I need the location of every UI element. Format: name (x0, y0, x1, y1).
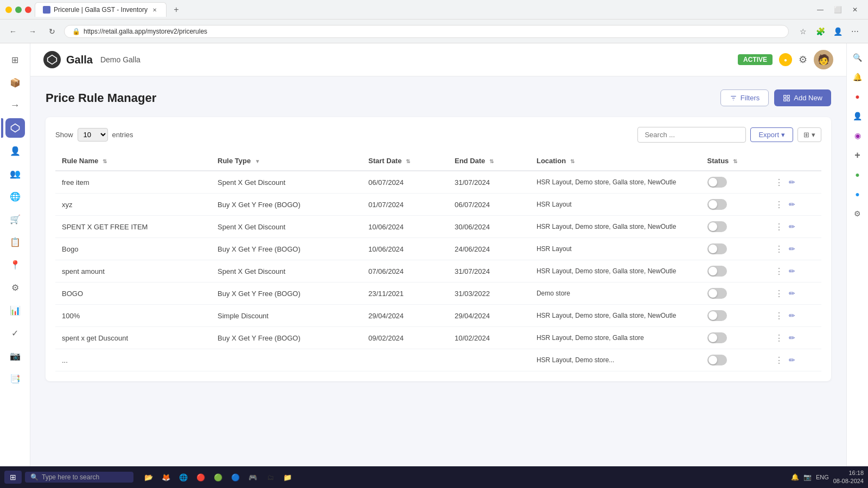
avatar[interactable]: 🧑 (814, 50, 833, 69)
status-toggle-8[interactable] (707, 355, 727, 365)
new-tab-btn[interactable]: + (169, 2, 184, 17)
right-search-icon[interactable]: 🔍 (850, 50, 865, 65)
extensions-icon[interactable]: 🧩 (813, 24, 828, 39)
sidebar-item-pricerule[interactable] (5, 118, 25, 138)
more-actions-icon-7[interactable]: ⋮ (775, 333, 783, 343)
maximize-btn[interactable] (15, 7, 22, 13)
export-button[interactable]: Export ▾ (750, 127, 793, 142)
taskbar-camera-icon[interactable]: 📷 (803, 473, 812, 481)
taskbar-app6[interactable]: 📁 (280, 470, 295, 485)
edit-icon-8[interactable]: ✏ (789, 356, 795, 364)
close-window-icon[interactable]: ✕ (847, 2, 863, 17)
more-actions-icon-0[interactable]: ⋮ (775, 177, 783, 188)
edit-icon-7[interactable]: ✏ (789, 333, 795, 342)
sidebar-item-dashboard[interactable]: ⊞ (5, 50, 25, 69)
more-actions-icon-6[interactable]: ⋮ (775, 311, 783, 321)
more-actions-icon-3[interactable]: ⋮ (775, 244, 783, 254)
more-actions-icon-5[interactable]: ⋮ (775, 288, 783, 299)
sort-icon-status[interactable]: ⇅ (733, 158, 737, 164)
entries-select[interactable]: 10 25 50 100 (78, 128, 108, 142)
sidebar-item-tasks[interactable]: ✓ (5, 323, 25, 343)
reload-button[interactable]: ↻ (44, 24, 60, 39)
add-new-button[interactable]: Add New (774, 89, 831, 106)
more-actions-icon-1[interactable]: ⋮ (775, 200, 783, 210)
edit-icon-4[interactable]: ✏ (789, 267, 795, 275)
right-gear-icon[interactable]: ⚙ (850, 206, 865, 221)
logo-area: Galla Demo Galla (43, 51, 141, 68)
taskbar-app3[interactable]: 🔵 (228, 470, 243, 485)
search-input[interactable] (637, 127, 746, 143)
status-toggle-5[interactable] (707, 288, 727, 299)
taskbar-app1[interactable]: 🔴 (193, 470, 208, 485)
sidebar-item-settings[interactable]: ⚙ (5, 278, 25, 297)
close-btn[interactable] (25, 7, 31, 13)
sidebar-item-camera[interactable]: 📷 (5, 346, 25, 365)
cell-rule-name-3: Bogo (55, 238, 211, 260)
filters-button[interactable]: Filters (720, 89, 769, 106)
taskbar-edge[interactable]: 🌐 (176, 470, 191, 485)
sidebar-item-catalog[interactable]: 📋 (5, 232, 25, 252)
sidebar-item-transfer[interactable]: → (5, 95, 25, 115)
start-button[interactable]: ⊞ (4, 471, 22, 484)
cell-start-date-4: 07/06/2024 (362, 260, 448, 282)
taskbar-notifications-icon[interactable]: 🔔 (791, 473, 799, 481)
search-bar[interactable]: 🔍 Type here to search (25, 472, 133, 483)
active-tab[interactable]: Pricerule | Galla GST - Inventory ✕ (35, 2, 167, 17)
status-toggle-7[interactable] (707, 332, 727, 343)
status-toggle-3[interactable] (707, 243, 727, 254)
right-red-icon[interactable]: ● (850, 89, 865, 104)
right-blue-icon[interactable]: ● (850, 187, 865, 202)
sidebar-item-reports[interactable]: 📊 (5, 300, 25, 320)
right-purple-icon[interactable]: ◉ (850, 128, 865, 143)
address-bar[interactable]: 🔒 https://retail.galla.app/mystorev2/pri… (64, 25, 789, 38)
taskbar-app2[interactable]: 🟢 (210, 470, 226, 485)
sidebar-item-location[interactable]: 📍 (5, 255, 25, 274)
taskbar-app4[interactable]: 🎮 (245, 470, 260, 485)
taskbar-task-view[interactable]: 📂 (141, 470, 156, 485)
status-toggle-1[interactable] (707, 199, 727, 210)
forward-button[interactable]: → (25, 24, 40, 39)
sidebar-item-inventory[interactable]: 📦 (5, 73, 25, 92)
sidebar-item-user[interactable]: 👤 (5, 141, 25, 160)
minimize-window-icon[interactable]: — (813, 2, 828, 17)
edit-icon-6[interactable]: ✏ (789, 311, 795, 320)
right-bell-icon[interactable]: 🔔 (850, 69, 865, 85)
settings-icon[interactable]: ⚙ (799, 54, 807, 66)
action-icons-5: ⋮ ✏ (775, 288, 815, 299)
more-actions-icon-2[interactable]: ⋮ (775, 222, 783, 232)
taskbar-firefox[interactable]: 🦊 (158, 470, 174, 485)
profile-icon[interactable]: 👤 (830, 24, 845, 39)
more-actions-icon-8[interactable]: ⋮ (775, 355, 783, 365)
sort-icon-start-date[interactable]: ⇅ (406, 158, 410, 164)
sort-icon-rule-name[interactable]: ⇅ (103, 158, 107, 164)
restore-window-icon[interactable]: ⬜ (830, 2, 845, 17)
sort-icon-end-date[interactable]: ⇅ (489, 158, 494, 164)
status-toggle-6[interactable] (707, 310, 727, 321)
edit-icon-5[interactable]: ✏ (789, 289, 795, 298)
edit-icon-2[interactable]: ✏ (789, 222, 795, 231)
edit-icon-0[interactable]: ✏ (789, 178, 795, 187)
tab-close-icon[interactable]: ✕ (151, 6, 158, 14)
status-toggle-2[interactable] (707, 221, 727, 232)
edit-icon-1[interactable]: ✏ (789, 200, 795, 209)
right-green-icon[interactable]: ● (850, 167, 865, 182)
edit-icon-3[interactable]: ✏ (789, 245, 795, 253)
more-actions-icon-4[interactable]: ⋮ (775, 266, 783, 277)
sort-icon-location[interactable]: ⇅ (570, 158, 575, 164)
more-menu-icon[interactable]: ⋯ (847, 24, 863, 39)
sidebar-item-customer[interactable]: 👥 (5, 164, 25, 183)
sidebar-item-cart[interactable]: 🛒 (5, 209, 25, 229)
bookmark-star-icon[interactable]: ☆ (795, 24, 810, 39)
taskbar: ⊞ 🔍 Type here to search 📂 🦊 🌐 🔴 🟢 🔵 🎮 🗂 … (0, 466, 868, 488)
status-toggle-4[interactable] (707, 266, 727, 277)
sidebar-item-globe[interactable]: 🌐 (5, 187, 25, 206)
grid-view-button[interactable]: ⊞ ▾ (797, 127, 821, 142)
back-button[interactable]: ← (5, 24, 21, 39)
right-add-icon[interactable]: + (850, 147, 865, 163)
status-toggle-0[interactable] (707, 177, 727, 188)
taskbar-app5[interactable]: 🗂 (263, 470, 278, 485)
sort-icon-rule-type[interactable]: ▼ (255, 158, 260, 164)
sidebar-item-table[interactable]: 📑 (5, 369, 25, 388)
minimize-btn[interactable] (5, 7, 12, 13)
right-user-icon[interactable]: 👤 (850, 108, 865, 124)
